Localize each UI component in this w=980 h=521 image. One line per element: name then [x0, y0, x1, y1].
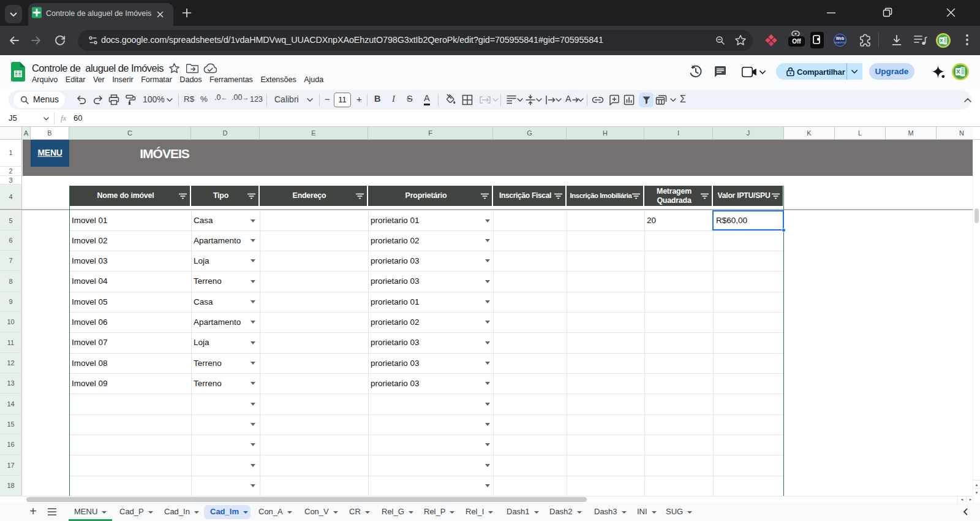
- svg-text:SHARPER: SHARPER: [834, 42, 846, 44]
- svg-text:Web: Web: [836, 36, 845, 40]
